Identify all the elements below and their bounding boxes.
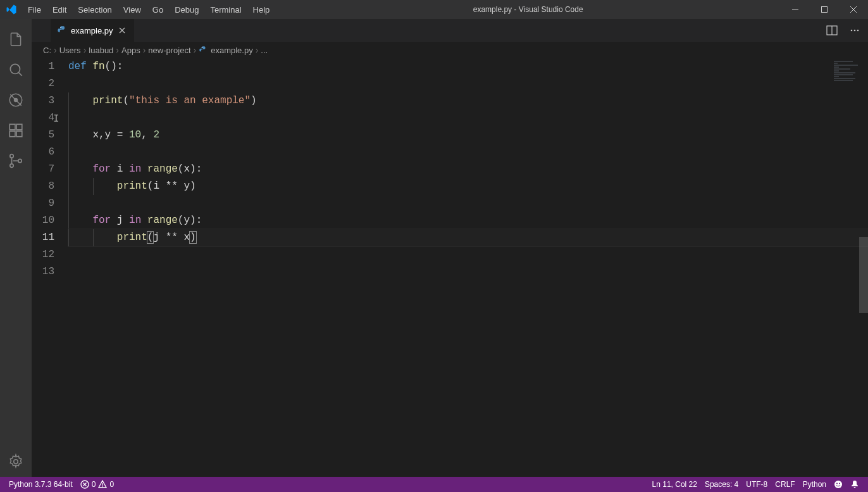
editor-area: example.py C: › Users › luabud › Apps	[32, 19, 868, 477]
svg-rect-6	[9, 131, 15, 137]
tabs: example.py	[32, 19, 868, 42]
code-line[interactable]: x,y = 10, 2	[68, 127, 868, 144]
status-spaces[interactable]: Spaces: 4	[701, 477, 742, 492]
svg-point-17	[854, 30, 856, 32]
breadcrumb-users[interactable]: Users	[59, 46, 81, 55]
status-errors-count: 0	[92, 480, 96, 489]
titlebar: File Edit Selection View Go Debug Termin…	[0, 0, 868, 19]
python-file-icon	[57, 25, 67, 35]
svg-point-11	[18, 159, 22, 162]
status-language[interactable]: Python	[799, 477, 830, 492]
python-file-icon	[199, 46, 208, 54]
status-eol[interactable]: CRLF	[771, 477, 798, 492]
code-line[interactable]: def fn():	[68, 58, 868, 75]
editor-scrollbar[interactable]	[859, 98, 868, 477]
explorer-icon[interactable]	[1, 24, 31, 54]
menu-file[interactable]: File	[22, 0, 47, 19]
svg-rect-5	[9, 124, 15, 130]
svg-point-23	[834, 481, 842, 488]
breadcrumb-luabud[interactable]: luabud	[89, 46, 113, 55]
code-line[interactable]: print(j ** x)	[68, 229, 868, 246]
more-actions-icon[interactable]	[846, 22, 863, 39]
code-content[interactable]: def fn(): print("this is an example") x,…	[68, 58, 868, 477]
menu-edit[interactable]: Edit	[47, 0, 72, 19]
code-line[interactable]	[68, 263, 868, 281]
svg-rect-22	[102, 486, 103, 487]
svg-rect-21	[102, 483, 103, 486]
vscode-logo	[0, 4, 22, 15]
statusbar: Python 3.7.3 64-bit 0 0 Ln 11, Col 22 Sp…	[0, 477, 868, 492]
breadcrumb-apps[interactable]: Apps	[121, 46, 140, 55]
settings-icon[interactable]	[1, 446, 31, 477]
status-python-env[interactable]: Python 3.7.3 64-bit	[5, 477, 77, 492]
svg-point-10	[10, 164, 13, 167]
svg-point-12	[14, 460, 18, 464]
activitybar	[0, 19, 32, 477]
svg-point-13	[60, 27, 61, 28]
code-line[interactable]: for j in range(y):	[68, 212, 868, 229]
breadcrumb-tail[interactable]: ...	[261, 46, 268, 55]
tab-example-py[interactable]: example.py	[51, 19, 135, 42]
svg-point-25	[839, 483, 840, 484]
breadcrumb-root[interactable]: C:	[43, 46, 51, 55]
status-feedback-icon[interactable]	[830, 477, 846, 492]
menu-selection[interactable]: Selection	[72, 0, 117, 19]
menu-terminal[interactable]: Terminal	[204, 0, 247, 19]
line-gutter: 12345678910111213	[32, 58, 68, 477]
source-control-icon[interactable]	[1, 146, 31, 176]
debug-icon[interactable]	[1, 85, 31, 115]
window-controls	[781, 0, 868, 19]
search-icon[interactable]	[1, 54, 31, 85]
code-line[interactable]: print(i ** y)	[68, 178, 868, 195]
extensions-icon[interactable]	[1, 115, 31, 146]
svg-point-9	[10, 155, 13, 158]
scrollbar-thumb[interactable]	[859, 237, 868, 313]
code-line[interactable]	[68, 195, 868, 212]
tab-filename: example.py	[71, 26, 113, 35]
warning-icon	[98, 480, 107, 489]
status-warnings-count: 0	[109, 480, 114, 489]
maximize-button[interactable]	[810, 0, 839, 19]
svg-point-24	[836, 483, 838, 484]
tab-close-icon[interactable]	[116, 25, 128, 36]
split-editor-icon[interactable]	[824, 22, 840, 39]
code-line[interactable]: print("this is an example")	[68, 92, 868, 110]
status-bell-icon[interactable]	[846, 477, 863, 492]
breadcrumb-newproject[interactable]: new-project	[148, 46, 190, 55]
svg-point-4	[14, 98, 18, 103]
text-cursor-icon: I	[53, 111, 59, 128]
code-line[interactable]	[68, 110, 868, 127]
breadcrumb[interactable]: C: › Users › luabud › Apps › new-project…	[32, 42, 868, 58]
window-title: example.py - Visual Studio Code	[275, 5, 781, 14]
code-line[interactable]	[68, 144, 868, 161]
svg-point-19	[202, 47, 202, 47]
status-problems[interactable]: 0 0	[77, 477, 118, 492]
close-button[interactable]	[839, 0, 868, 19]
code-line[interactable]: for i in range(x):	[68, 161, 868, 178]
code-editor[interactable]: 12345678910111213 def fn(): print("this …	[32, 58, 868, 477]
error-icon	[80, 480, 89, 489]
menu-view[interactable]: View	[118, 0, 147, 19]
menu-help[interactable]: Help	[247, 0, 276, 19]
svg-rect-8	[16, 124, 22, 130]
minimize-button[interactable]	[781, 0, 810, 19]
breadcrumb-file[interactable]: example.py	[211, 46, 252, 55]
menubar: File Edit Selection View Go Debug Termin…	[22, 0, 275, 19]
menu-go[interactable]: Go	[147, 0, 169, 19]
svg-point-16	[851, 30, 853, 32]
status-cursor[interactable]: Ln 11, Col 22	[648, 477, 701, 492]
code-line[interactable]	[68, 246, 868, 263]
svg-point-18	[857, 30, 859, 32]
menu-debug[interactable]: Debug	[169, 0, 204, 19]
svg-rect-0	[792, 9, 798, 10]
code-line[interactable]	[68, 75, 868, 92]
svg-point-2	[10, 64, 20, 73]
svg-rect-1	[822, 7, 828, 13]
svg-rect-7	[16, 131, 22, 137]
status-encoding[interactable]: UTF-8	[742, 477, 771, 492]
